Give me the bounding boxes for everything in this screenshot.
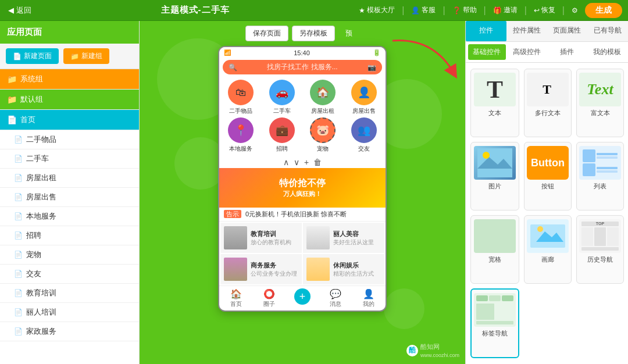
control-multitext[interactable]: T 多行文本	[524, 69, 572, 137]
phone-drag-controls[interactable]: ∧ ∨ + 🗑	[219, 156, 386, 168]
delete-icon[interactable]: 🗑	[313, 158, 322, 167]
subtab-basic[interactable]: 基础控件	[468, 44, 506, 60]
sidebar-page-recruit[interactable]: 📄 招聘	[0, 226, 139, 245]
phone-search-bar[interactable]: 🔍 找房子找工作 找服务... 📷	[223, 60, 382, 74]
text-icon: T	[474, 73, 516, 106]
banner-content: 特价抢不停 万人疯狂购！	[279, 177, 326, 198]
nav-circle[interactable]: ⭕ 圈子	[252, 288, 286, 308]
icon-local[interactable]: 📍 本地服务	[222, 117, 261, 153]
sidebar-page-friends[interactable]: 📄 交友	[0, 265, 139, 284]
sidebar-page-edu[interactable]: 📄 教育培训	[0, 284, 139, 303]
template-hall-button[interactable]: ★ 模板大厅	[359, 5, 395, 15]
multitext-icon: T	[527, 73, 569, 106]
sidebar-page-beauty[interactable]: 📄 丽人培训	[0, 303, 139, 322]
page-icon: 📄	[14, 212, 23, 220]
topbar-actions: ★ 模板大厅 | 👤 客服 | ❓ 帮助 | 🎁 邀请 | ↩ 恢复 | ⚙ 生…	[359, 3, 622, 18]
share-icon: 🎁	[493, 6, 502, 15]
sidebar-group-home[interactable]: 📄 首页	[0, 110, 139, 130]
move-up-icon[interactable]: ∧	[283, 158, 289, 167]
settings-button[interactable]: ⚙	[572, 6, 578, 15]
search-icon: 🔍	[229, 63, 237, 72]
new-group-button[interactable]: 📁 新建组	[63, 48, 109, 64]
preview-button[interactable]: 预	[338, 26, 359, 41]
sidebar-page-rent[interactable]: 📄 房屋出租	[0, 169, 139, 188]
mine-icon: 👤	[363, 288, 374, 299]
nav-add[interactable]: +	[286, 288, 319, 308]
watermark-logo: 酷	[406, 345, 418, 356]
folder-icon: 📄	[7, 115, 17, 124]
move-down-icon[interactable]: ∨	[294, 158, 299, 167]
control-carousel[interactable]: 画廊	[524, 215, 572, 284]
icon-bg: 👤	[351, 80, 377, 105]
restore-button[interactable]: ↩ 恢复	[534, 5, 555, 15]
help-label: 帮助	[463, 5, 477, 15]
tab-nav[interactable]: 已有导航	[587, 21, 628, 41]
tab-page-props[interactable]: 页面属性	[547, 21, 588, 41]
right-tabs: 控件 控件属性 页面属性 已有导航	[466, 21, 628, 42]
card-edu[interactable]: 教育培训 放心的教育机构	[220, 223, 302, 253]
icon-bg: 🚗	[269, 80, 295, 105]
control-history[interactable]: TOP 历史导航	[576, 215, 624, 284]
control-button[interactable]: Button 按钮	[524, 142, 572, 210]
icon-car[interactable]: 🚗 二手车	[263, 80, 302, 115]
page-title: 主题模式-二手车	[161, 5, 230, 16]
nav-mine[interactable]: 👤 我的	[352, 288, 386, 308]
subtab-plugins[interactable]: 插件	[548, 44, 586, 60]
tab-control-props[interactable]: 控件属性	[506, 21, 547, 41]
carousel-svg	[527, 220, 568, 252]
control-list[interactable]: 列表	[576, 142, 624, 210]
sidebar-page-secondhand[interactable]: 📄 二手物品	[0, 130, 139, 149]
sidebar-group-sys[interactable]: 📁 系统组	[0, 69, 139, 90]
new-page-button[interactable]: 📄 新建页面	[6, 48, 59, 64]
card-text: 商务服务 公司业务专业办理	[251, 261, 297, 278]
message-icon: 💬	[330, 288, 341, 299]
back-button[interactable]: ◀ 返回	[6, 5, 31, 16]
generate-button[interactable]: 生成	[585, 3, 622, 18]
sidebar-group-default[interactable]: 📁 默认组	[0, 90, 139, 110]
page-icon: 📄	[14, 327, 23, 336]
tab-controls[interactable]: 控件	[466, 21, 506, 41]
sidebar-page-pet[interactable]: 📄 宠物	[0, 245, 139, 265]
nav-message[interactable]: 💬 消息	[319, 288, 352, 308]
help-button[interactable]: ❓ 帮助	[452, 5, 477, 15]
card-text: 丽人美容 美好生活从这里	[333, 230, 374, 247]
share-button[interactable]: 🎁 邀请	[493, 5, 518, 15]
card-business[interactable]: 商务服务 公司业务专业办理	[220, 254, 302, 284]
card-beauty[interactable]: 丽人美容 美好生活从这里	[303, 223, 384, 253]
icon-rent[interactable]: 🏠 房屋出租	[304, 80, 342, 115]
page-icon: 📄	[14, 155, 23, 163]
icon-friends[interactable]: 👥 交友	[345, 117, 384, 153]
subtab-advanced[interactable]: 高级控件	[508, 44, 546, 60]
icon-sell[interactable]: 👤 房屋出售	[345, 80, 384, 115]
control-richtext[interactable]: Text 富文本	[576, 69, 624, 137]
sidebar-page-sell[interactable]: 📄 房屋出售	[0, 188, 139, 207]
add-button[interactable]: +	[294, 288, 311, 305]
label-nav-label: 标签导航	[482, 329, 508, 338]
center-toolbar: 保存页面 另存模板 预	[245, 26, 359, 41]
svg-point-6	[537, 226, 543, 232]
save-template-button[interactable]: 另存模板	[292, 26, 335, 41]
icon-secondhand[interactable]: 🛍 二手物品	[222, 80, 261, 115]
save-page-button[interactable]: 保存页面	[245, 26, 288, 41]
icon-pet[interactable]: 🐷 宠物	[304, 117, 342, 153]
restore-label: 恢复	[541, 5, 555, 15]
control-label-nav[interactable]: 标签导航	[470, 288, 519, 358]
sidebar-page-local[interactable]: 📄 本地服务	[0, 207, 139, 226]
sidebar-page-housework[interactable]: 📄 家政服务	[0, 322, 139, 341]
help-icon: ❓	[452, 6, 461, 15]
control-image[interactable]: 图片	[470, 142, 519, 210]
control-wide[interactable]: 宽格	[470, 215, 519, 284]
nav-home[interactable]: 🏠 首页	[219, 288, 252, 308]
card-leisure[interactable]: 休闲娱乐 精彩的生活方式	[303, 254, 384, 284]
control-text[interactable]: T 文本	[470, 69, 519, 137]
customer-service-button[interactable]: 👤 客服	[411, 5, 436, 15]
new-group-icon: 📁	[70, 52, 79, 60]
wide-icon	[474, 219, 516, 253]
page-icon: 📄	[14, 135, 23, 144]
icon-recruit[interactable]: 💼 招聘	[263, 117, 302, 153]
svg-point-2	[483, 152, 490, 159]
move-icon[interactable]: +	[304, 158, 309, 167]
card-img	[224, 258, 247, 281]
sidebar-page-car[interactable]: 📄 二手车	[0, 149, 139, 169]
subtab-templates[interactable]: 我的模板	[588, 44, 626, 60]
